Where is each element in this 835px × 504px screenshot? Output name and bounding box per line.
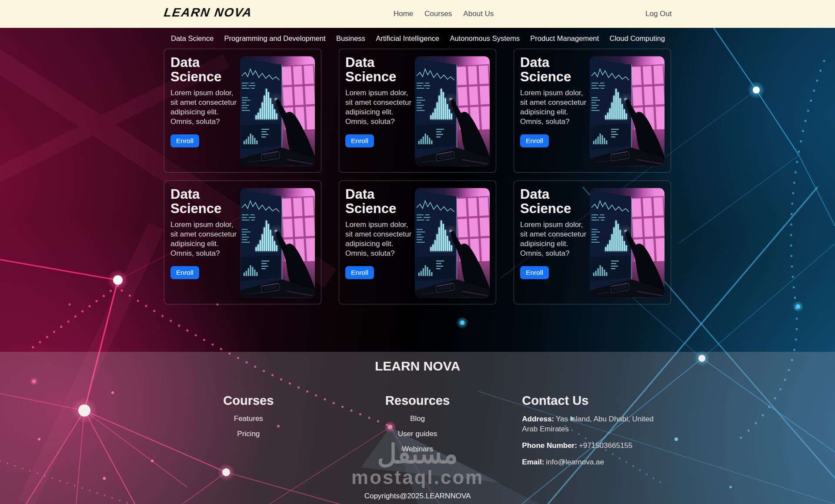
course-card: Data Science Lorem ipsum dolor, sit amet…: [514, 49, 671, 173]
course-title: Data Science: [520, 55, 587, 84]
brand-logo[interactable]: LEARN NOVA: [163, 6, 254, 20]
contact-address: Address:Yas Island, Abu Dhabi, United Ar…: [522, 414, 661, 434]
course-image: [240, 187, 315, 298]
contact-phone: Phone Number:+971503665155: [522, 441, 661, 451]
enroll-button[interactable]: Enroll: [345, 266, 374, 279]
enroll-button[interactable]: Enroll: [345, 134, 374, 147]
course-title: Data Science: [170, 55, 237, 84]
enroll-button[interactable]: Enroll: [170, 134, 199, 147]
navbar: LEARN NOVA Home Courses About Us Log Out: [0, 0, 835, 28]
tab-autonomous-systems[interactable]: Autonomous Systems: [450, 34, 520, 43]
tab-data-science[interactable]: Data Science: [171, 34, 214, 43]
category-tabs: Data Science Programming and Development…: [164, 34, 671, 43]
contact-phone-label: Phone Number:: [522, 441, 577, 450]
tab-cloud-computing[interactable]: Cloud Computing: [609, 34, 665, 43]
course-card: Data Science Lorem ipsum dolor, sit amet…: [164, 49, 321, 173]
nav-link-about-us[interactable]: About Us: [463, 10, 494, 18]
logout-link[interactable]: Log Out: [645, 0, 672, 28]
footer-link-user-guides[interactable]: User guides: [333, 429, 502, 439]
footer-link-pricing[interactable]: Pricing: [164, 429, 333, 439]
contact-email-value: info@learnova.ae: [546, 458, 604, 466]
footer-link-features[interactable]: Features: [164, 414, 333, 424]
footer-column-resources: Resources Blog User guides Webinars: [333, 394, 502, 474]
tab-product-management[interactable]: Product Management: [530, 34, 599, 43]
course-image: [240, 55, 315, 166]
course-description: Lorem ipsum dolor, sit amet consectetur …: [170, 220, 237, 258]
tab-artificial-intelligence[interactable]: Artificial Intelligence: [376, 34, 439, 43]
footer-link-webinars[interactable]: Webinars: [333, 444, 502, 454]
tab-business[interactable]: Business: [336, 34, 365, 43]
enroll-button[interactable]: Enroll: [520, 134, 549, 147]
footer-contact-title: Contact Us: [522, 394, 671, 408]
learn-nova-page: LEARN NOVA Home Courses About Us Log Out…: [0, 0, 835, 504]
course-description: Lorem ipsum dolor, sit amet consectetur …: [345, 220, 412, 258]
nav-link-courses[interactable]: Courses: [424, 10, 452, 18]
course-card: Data Science Lorem ipsum dolor, sit amet…: [164, 180, 321, 304]
contact-phone-value: +971503665155: [579, 441, 632, 450]
course-description: Lorem ipsum dolor, sit amet consectetur …: [520, 88, 587, 127]
enroll-button[interactable]: Enroll: [170, 266, 199, 279]
course-image: [590, 187, 665, 298]
tab-programming-and-development[interactable]: Programming and Development: [224, 34, 326, 43]
main-content: Course Categories Data Science Programmi…: [164, 0, 671, 304]
course-title: Data Science: [170, 187, 237, 216]
course-image: [415, 55, 490, 166]
course-title: Data Science: [345, 55, 412, 84]
footer-columns: Courses Features Pricing Resources Blog …: [164, 394, 671, 474]
course-title: Data Science: [345, 187, 412, 216]
footer: LEARN NOVA Courses Features Pricing Reso…: [0, 352, 835, 504]
course-card: Data Science Lorem ipsum dolor, sit amet…: [514, 180, 671, 304]
footer-column-courses: Courses Features Pricing: [164, 394, 333, 474]
enroll-button[interactable]: Enroll: [520, 266, 549, 279]
footer-brand: LEARN NOVA: [0, 359, 835, 374]
course-description: Lorem ipsum dolor, sit amet consectetur …: [345, 88, 412, 127]
contact-email-label: Email:: [522, 458, 544, 466]
course-description: Lorem ipsum dolor, sit amet consectetur …: [170, 88, 237, 127]
footer-column-contact: Contact Us Address:Yas Island, Abu Dhabi…: [502, 394, 671, 474]
course-card: Data Science Lorem ipsum dolor, sit amet…: [339, 180, 496, 304]
nav-links: Home Courses About Us: [394, 0, 494, 28]
footer-link-blog[interactable]: Blog: [333, 414, 502, 424]
contact-address-label: Address:: [522, 415, 554, 423]
course-card: Data Science Lorem ipsum dolor, sit amet…: [339, 49, 496, 173]
course-card-grid: Data Science Lorem ipsum dolor, sit amet…: [164, 49, 671, 304]
footer-resources-title: Resources: [333, 394, 502, 408]
contact-email: Email:info@learnova.ae: [522, 457, 661, 467]
course-description: Lorem ipsum dolor, sit amet consectetur …: [520, 220, 587, 258]
nav-link-home[interactable]: Home: [394, 10, 413, 18]
copyright-text: Copyrights@2025.LEARNNOVA: [0, 492, 835, 501]
course-title: Data Science: [520, 187, 587, 216]
course-image: [590, 55, 665, 166]
footer-courses-title: Courses: [164, 394, 333, 408]
course-image: [415, 187, 490, 298]
